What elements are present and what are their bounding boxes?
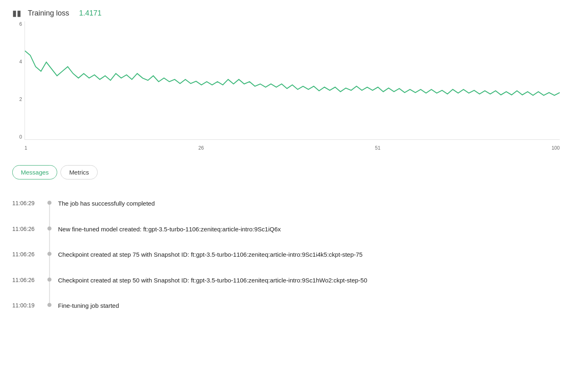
y-axis: 6 4 2 0 (12, 21, 25, 140)
message-row: 11:06:26New fine-tuned model created: ft… (12, 217, 560, 242)
message-time: 11:06:26 (12, 250, 41, 258)
message-dot-container (47, 199, 51, 205)
message-dot (47, 201, 51, 205)
chart-icon: ▮▮ (12, 8, 21, 18)
chart-plot-area (25, 21, 560, 140)
message-text: Checkpoint created at step 50 with Snaps… (58, 276, 560, 285)
message-dot (47, 226, 51, 231)
tab-messages[interactable]: Messages (12, 165, 57, 179)
message-dot-container (47, 250, 51, 256)
chart-value: 1.4171 (79, 9, 101, 18)
message-dot (47, 278, 51, 282)
message-dot (47, 252, 51, 256)
y-label-6: 6 (19, 21, 22, 27)
messages-list: 11:06:29The job has successfully complet… (12, 191, 560, 319)
tabs-container: Messages Metrics (12, 165, 560, 179)
message-time: 11:00:19 (12, 301, 41, 309)
message-text: New fine-tuned model created: ft:gpt-3.5… (58, 225, 560, 234)
message-text: Checkpoint created at step 75 with Snaps… (58, 250, 560, 260)
y-label-0: 0 (19, 134, 22, 140)
x-label-1: 1 (25, 145, 27, 151)
chart-title: Training loss (28, 9, 69, 18)
message-dot-container (47, 225, 51, 231)
message-text: The job has successfully completed (58, 199, 560, 208)
message-row: 11:06:26Checkpoint created at step 50 wi… (12, 268, 560, 293)
x-label-26: 26 (199, 145, 204, 151)
training-loss-chart: 6 4 2 0 1 26 51 100 (12, 21, 560, 152)
chart-header: ▮▮ Training loss 1.4171 (12, 8, 560, 18)
y-label-2: 2 (19, 96, 22, 102)
message-row: 11:00:19Fine-tuning job started (12, 293, 560, 319)
message-time: 11:06:26 (12, 276, 41, 283)
message-time: 11:06:26 (12, 225, 41, 232)
message-row: 11:06:29The job has successfully complet… (12, 191, 560, 217)
message-dot (47, 303, 51, 307)
message-row: 11:06:26Checkpoint created at step 75 wi… (12, 242, 560, 268)
message-text: Fine-tuning job started (58, 301, 560, 311)
message-dot-container (47, 276, 51, 282)
x-label-51: 51 (375, 145, 380, 151)
tab-metrics[interactable]: Metrics (60, 165, 97, 179)
x-axis: 1 26 51 100 (25, 144, 560, 152)
y-label-4: 4 (19, 59, 22, 65)
message-time: 11:06:29 (12, 199, 41, 206)
x-label-100: 100 (552, 145, 560, 151)
message-dot-container (47, 301, 51, 307)
